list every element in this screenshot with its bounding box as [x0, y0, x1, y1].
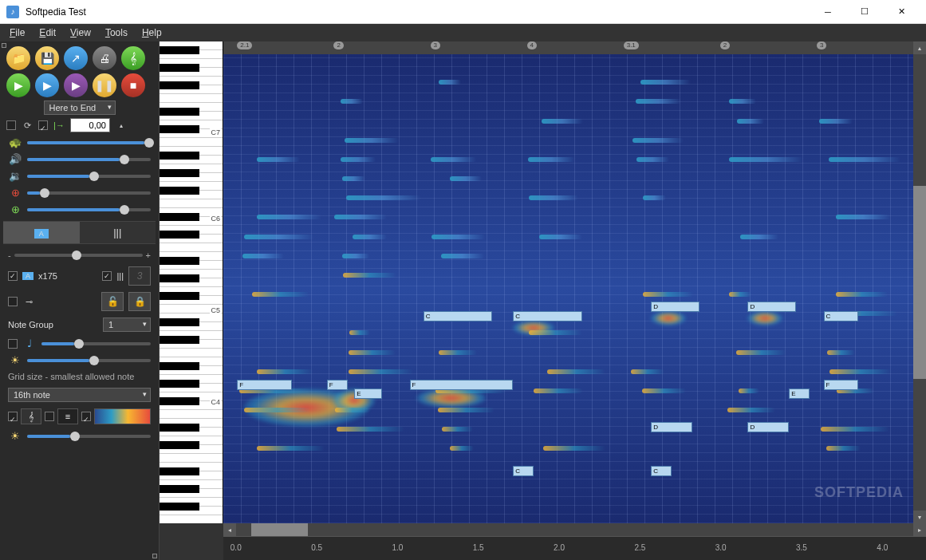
piano-key[interactable] — [160, 278, 223, 287]
note-box[interactable]: F — [410, 380, 514, 390]
triplet-button[interactable]: 3 — [128, 266, 151, 286]
note-box[interactable]: D — [651, 302, 699, 312]
note-box[interactable]: D — [747, 302, 796, 312]
grid-size-dropdown[interactable]: 16th note — [8, 388, 151, 402]
menu-edit[interactable]: Edit — [33, 26, 62, 40]
piano-key[interactable] — [160, 191, 223, 199]
close-button[interactable]: ✕ — [883, 0, 920, 24]
piano-key[interactable] — [160, 50, 223, 59]
volume-slider[interactable] — [27, 158, 151, 161]
spin-up-icon[interactable]: ▴ — [115, 119, 128, 132]
piano-key[interactable] — [160, 261, 223, 270]
return-start-icon[interactable]: |→ — [53, 119, 65, 132]
scroll-up-button[interactable]: ▴ — [913, 41, 926, 54]
note-box[interactable]: D — [651, 422, 692, 432]
pitch-down-slider[interactable] — [27, 191, 151, 195]
note-group-dropdown[interactable]: 1 — [103, 317, 151, 332]
piano-key[interactable] — [160, 471, 223, 480]
note-box[interactable]: C — [513, 466, 534, 476]
note-box[interactable]: F — [327, 380, 348, 390]
piano-key[interactable] — [160, 85, 223, 94]
piano-key[interactable] — [160, 173, 223, 182]
piano-key[interactable] — [160, 384, 223, 392]
piano-key[interactable] — [160, 68, 223, 77]
display-brightness-slider[interactable] — [27, 435, 151, 438]
tab-bars[interactable]: ||| — [80, 222, 156, 243]
piano-key[interactable] — [160, 243, 223, 252]
panel-handle-tl[interactable] — [2, 43, 6, 48]
zoom-plus[interactable]: + — [146, 250, 151, 260]
scroll-left-button[interactable]: ◂ — [223, 523, 236, 536]
note-box[interactable]: F — [237, 380, 292, 390]
view1-check[interactable] — [8, 412, 18, 421]
piano-key[interactable] — [160, 454, 223, 463]
scroll-right-button[interactable]: ▸ — [913, 523, 926, 536]
scroll-down-button[interactable]: ▾ — [913, 511, 926, 523]
return-check[interactable] — [38, 120, 48, 130]
play-all-button[interactable]: ▶ — [6, 73, 30, 97]
key-check[interactable] — [8, 297, 18, 306]
save-button[interactable]: 💾 — [35, 46, 59, 70]
brightness-slider[interactable] — [27, 359, 151, 362]
piano-key[interactable] — [160, 515, 223, 523]
bars-check[interactable] — [102, 271, 112, 281]
note-box[interactable]: C — [824, 311, 858, 321]
loop-icon[interactable]: ⟳ — [21, 119, 33, 132]
piano-key[interactable] — [160, 340, 223, 349]
piano-key[interactable] — [160, 410, 223, 419]
zoom-lock-check[interactable] — [8, 271, 18, 281]
note-box[interactable]: C — [424, 311, 493, 321]
loop-check[interactable] — [6, 120, 16, 130]
speed-slider[interactable] — [27, 141, 151, 144]
open-button[interactable]: 📁 — [6, 46, 30, 70]
piano-key[interactable] — [160, 322, 223, 331]
minimize-button[interactable]: ─ — [810, 0, 846, 24]
zoom-slider[interactable] — [14, 254, 143, 257]
view3-check[interactable] — [81, 412, 91, 421]
note-box[interactable]: C — [513, 311, 582, 321]
lock-button[interactable]: 🔒 — [128, 292, 151, 311]
piano-key[interactable] — [160, 366, 223, 375]
note-box[interactable]: D — [747, 422, 789, 432]
piano-key[interactable] — [160, 489, 223, 498]
view-staff[interactable]: 𝄞 — [21, 408, 41, 424]
menu-file[interactable]: File — [3, 26, 31, 40]
note-box[interactable]: F — [824, 380, 858, 390]
maximize-button[interactable]: ☐ — [846, 0, 883, 24]
piano-key[interactable] — [160, 138, 223, 147]
note-box[interactable]: E — [789, 388, 810, 399]
piano-key[interactable] — [160, 428, 223, 436]
note-len-slider[interactable] — [41, 342, 151, 345]
pause-button[interactable]: ❚❚ — [93, 73, 116, 97]
menu-view[interactable]: View — [64, 26, 97, 40]
hscroll-thumb[interactable] — [251, 523, 307, 536]
piano-key[interactable] — [160, 296, 223, 305]
view2-check[interactable] — [45, 412, 54, 421]
export-button[interactable]: ↗ — [64, 46, 88, 70]
view-spectrogram[interactable] — [94, 408, 151, 424]
piano-key[interactable] — [160, 156, 223, 164]
print-button[interactable]: 🖨 — [93, 46, 116, 70]
position-input[interactable] — [70, 118, 110, 132]
zoom-minus[interactable]: - — [8, 250, 11, 260]
play-loop-button[interactable]: ▶ — [64, 73, 88, 97]
vscroll-thumb[interactable] — [913, 186, 926, 379]
piano-key[interactable] — [160, 349, 223, 357]
view-lines[interactable]: ≡ — [57, 408, 78, 424]
vertical-scrollbar[interactable]: ▴ ▾ — [913, 41, 926, 523]
piano-key[interactable] — [160, 199, 223, 208]
piano-keyboard[interactable]: C7C6C5C4 — [160, 41, 223, 523]
master-slider[interactable] — [27, 175, 151, 178]
piano-key[interactable] — [160, 445, 223, 454]
horizontal-scrollbar[interactable]: ◂ ▸ — [223, 523, 926, 536]
piano-key[interactable] — [160, 235, 223, 243]
piano-key[interactable] — [160, 112, 223, 120]
note-box[interactable]: E — [354, 388, 382, 399]
playback-range-dropdown[interactable]: Here to End — [44, 101, 116, 115]
piano-key[interactable] — [160, 94, 223, 103]
menu-help[interactable]: Help — [136, 26, 168, 40]
piano-key[interactable] — [160, 507, 223, 515]
play-selection-button[interactable]: ▶ — [35, 73, 59, 97]
stop-button[interactable]: ■ — [121, 73, 145, 97]
menu-tools[interactable]: Tools — [99, 26, 134, 40]
